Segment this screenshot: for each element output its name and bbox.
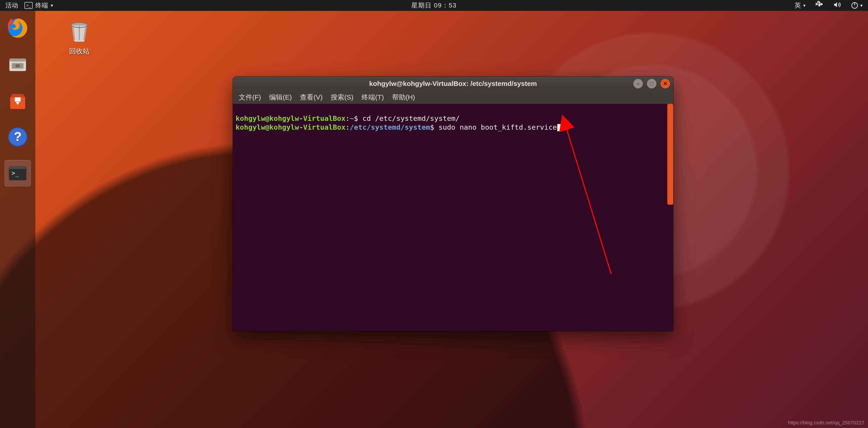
app-menu[interactable]: >_ 终端 ▾ [25, 1, 53, 10]
firefox-icon [7, 17, 29, 39]
desktop-trash-label: 回收站 [69, 47, 90, 56]
svg-rect-17 [9, 166, 26, 169]
svg-point-0 [816, 3, 817, 5]
trash-icon [67, 19, 92, 44]
svg-text:?: ? [14, 130, 22, 143]
chevron-down-icon: ▾ [51, 3, 53, 8]
svg-point-3 [818, 5, 820, 6]
svg-text:>_: >_ [11, 169, 19, 177]
menu-help[interactable]: 帮助(H) [392, 93, 415, 102]
menu-edit[interactable]: 编辑(E) [269, 93, 292, 102]
titlebar[interactable]: kohgylw@kohgylw-VirtualBox: /etc/systemd… [233, 77, 673, 91]
ime-label: 英 [795, 1, 801, 10]
activities-button[interactable]: 活动 [5, 1, 18, 10]
scrollbar[interactable] [667, 104, 673, 205]
network-icon[interactable] [815, 1, 823, 10]
svg-rect-11 [15, 97, 21, 101]
chevron-down-icon: ▾ [803, 3, 805, 8]
prompt-user: kohgylw@kohgylw-VirtualBox [236, 123, 345, 131]
ime-indicator[interactable]: 英 ▾ [795, 1, 805, 10]
desktop-trash[interactable]: 回收站 [57, 19, 102, 56]
menu-view[interactable]: 查看(V) [300, 93, 322, 102]
prompt-sep: : [345, 114, 350, 122]
watermark: https://blog.csdn.net/qq_25670227 [788, 420, 864, 426]
software-icon [7, 90, 28, 111]
terminal-body[interactable]: kohgylw@kohgylw-VirtualBox:~$ cd /etc/sy… [233, 104, 673, 331]
dock-item-software[interactable] [4, 87, 31, 114]
volume-icon[interactable] [833, 1, 841, 10]
svg-point-1 [821, 3, 823, 5]
power-menu[interactable]: ▾ [851, 2, 863, 9]
dock-item-terminal[interactable]: >_ [4, 160, 31, 186]
dock-item-help[interactable]: ? [4, 124, 31, 150]
menubar: 文件(F) 编辑(E) 查看(V) 搜索(S) 终端(T) 帮助(H) [233, 91, 673, 104]
minimize-button[interactable]: – [633, 79, 643, 88]
dock-item-firefox[interactable] [4, 15, 31, 41]
command-text: cd /etc/systemd/system/ [358, 114, 460, 122]
prompt-path: /etc/systemd/system [350, 123, 430, 131]
close-button[interactable]: ✕ [660, 79, 670, 88]
terminal-icon: >_ [7, 163, 28, 183]
dock: ? >_ [0, 11, 35, 428]
prompt-sep: : [345, 123, 350, 131]
prompt-sign: $ [354, 114, 358, 122]
top-panel: 活动 >_ 终端 ▾ 星期日 09：53 英 ▾ ▾ [0, 0, 868, 11]
command-text: sudo nano boot_kiftd.service [434, 123, 557, 131]
prompt-sign: $ [430, 123, 434, 131]
menu-file[interactable]: 文件(F) [239, 93, 261, 102]
menu-search[interactable]: 搜索(S) [331, 93, 353, 102]
maximize-button[interactable]: □ [647, 79, 656, 88]
window-title: kohgylw@kohgylw-VirtualBox: /etc/systemd… [369, 80, 537, 87]
svg-rect-8 [9, 58, 26, 61]
app-menu-label: 终端 [35, 1, 48, 10]
help-icon: ? [7, 126, 28, 147]
terminal-window: kohgylw@kohgylw-VirtualBox: /etc/systemd… [233, 77, 673, 331]
dock-item-files[interactable] [4, 51, 31, 78]
cursor [557, 124, 561, 131]
svg-rect-10 [16, 64, 20, 67]
files-icon [7, 54, 28, 75]
chevron-down-icon: ▾ [860, 3, 863, 8]
menu-terminal[interactable]: 终端(T) [362, 93, 384, 102]
prompt-path: ~ [350, 114, 354, 122]
svg-point-2 [818, 1, 820, 3]
prompt-user: kohgylw@kohgylw-VirtualBox [236, 114, 345, 122]
clock[interactable]: 星期日 09：53 [411, 1, 457, 10]
terminal-icon: >_ [25, 2, 33, 9]
